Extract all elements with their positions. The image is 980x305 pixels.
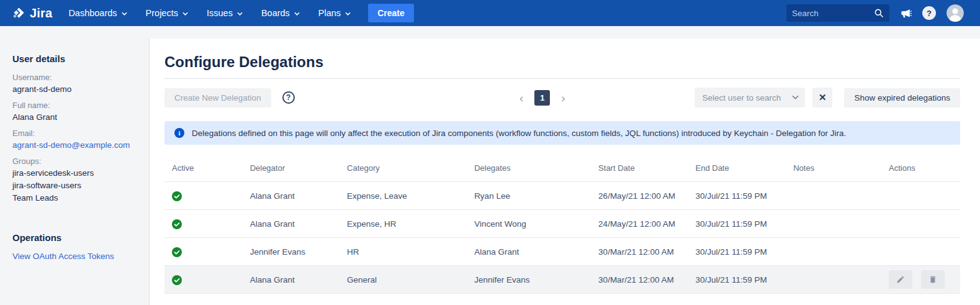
- active-check-icon: [172, 278, 182, 287]
- groups-field: Groups: jira-servicedesk-users jira-soft…: [12, 157, 139, 203]
- menu-plans[interactable]: Plans: [318, 8, 351, 18]
- next-page-button[interactable]: ›: [559, 92, 567, 104]
- show-expired-delegations-button[interactable]: Show expired delegations: [844, 88, 960, 107]
- col-delegates: Delegates: [467, 163, 591, 182]
- col-actions: Actions: [881, 163, 960, 182]
- info-icon: i: [174, 128, 184, 138]
- fullname-field: Full name: Alana Grant: [12, 101, 139, 122]
- col-delegator: Delegator: [243, 163, 339, 182]
- groups-label: Groups:: [12, 157, 139, 166]
- delete-delegation-button[interactable]: [921, 270, 945, 289]
- cell-delegates: Alana Grant: [467, 238, 591, 266]
- create-button[interactable]: Create: [368, 4, 414, 22]
- email-field: Email: agrant-sd-demo@example.com: [12, 129, 139, 150]
- menu-dashboards[interactable]: Dashboards: [68, 8, 127, 18]
- cell-actions: [881, 266, 960, 294]
- cell-start-date: 26/May/21 12:00 AM: [591, 182, 688, 210]
- cell-end-date: 30/Jul/21 11:59 PM: [688, 266, 786, 294]
- delegation-help-icon[interactable]: ?: [282, 91, 295, 104]
- group-item: Team Leads: [12, 193, 139, 203]
- help-icon[interactable]: ?: [922, 6, 936, 20]
- cell-actions: [881, 238, 960, 266]
- user-search-placeholder: Select user to search: [702, 93, 792, 102]
- navbar-right: ?: [786, 4, 964, 22]
- main-menu: Dashboards Projects Issues Boards Plans: [68, 8, 351, 18]
- cell-delegates: Ryan Lee: [467, 182, 591, 210]
- chevron-down-icon: [122, 8, 127, 18]
- clear-filter-button[interactable]: ✕: [812, 88, 832, 107]
- cell-category: Expense, Leave: [339, 182, 467, 210]
- fullname-label: Full name:: [12, 101, 139, 110]
- view-oauth-tokens-link[interactable]: View OAuth Access Tokens: [12, 252, 139, 261]
- user-details-title: User details: [12, 53, 139, 64]
- username-label: Username:: [12, 73, 139, 82]
- chevron-down-icon: [294, 8, 300, 18]
- trash-icon: [928, 275, 937, 284]
- edit-delegation-button[interactable]: [889, 270, 912, 289]
- user-search-select[interactable]: Select user to search: [695, 88, 805, 107]
- cell-notes: [786, 210, 881, 238]
- cell-delegator: Jennifer Evans: [243, 238, 339, 266]
- search-input[interactable]: [792, 9, 874, 18]
- search-icon[interactable]: [874, 8, 884, 18]
- username-value: agrant-sd-demo: [12, 84, 139, 94]
- cell-start-date: 30/Mar/21 12:00 AM: [591, 266, 688, 294]
- cell-end-date: 30/Jul/21 11:59 PM: [688, 238, 786, 266]
- menu-plans-label: Plans: [318, 8, 341, 18]
- brand-name: Jira: [30, 6, 52, 20]
- username-field: Username: agrant-sd-demo: [12, 73, 139, 94]
- pagination: ‹ 1 ›: [517, 88, 568, 107]
- main-content: Configure Delegations Create New Delegat…: [149, 39, 980, 305]
- delegations-table: Active Delegator Category Delegates Star…: [164, 163, 960, 294]
- cell-actions: [881, 182, 960, 210]
- cell-notes: [786, 238, 881, 266]
- col-end-date: End Date: [688, 163, 786, 182]
- table-row-hovered: Alana Grant General Jennifer Evans 30/Ma…: [164, 266, 960, 294]
- fullname-value: Alana Grant: [12, 112, 139, 122]
- prev-page-button[interactable]: ‹: [517, 92, 526, 104]
- pencil-icon: [896, 275, 905, 284]
- cell-delegates: Vincent Wong: [467, 210, 591, 238]
- chevron-down-icon: [237, 8, 243, 18]
- col-active: Active: [164, 163, 243, 182]
- cell-start-date: 24/May/21 12:00 AM: [591, 210, 688, 238]
- top-navbar: Jira Dashboards Projects Issues Boards P…: [0, 0, 980, 26]
- col-start-date: Start Date: [591, 163, 688, 182]
- email-link[interactable]: agrant-sd-demo@example.com: [12, 140, 139, 150]
- table-row: Alana Grant Expense, HR Vincent Wong 24/…: [164, 210, 960, 238]
- menu-projects[interactable]: Projects: [146, 8, 188, 18]
- info-banner-text: Delegations defined on this page will on…: [192, 129, 846, 138]
- info-banner: i Delegations defined on this page will …: [164, 121, 960, 145]
- toolbar: Create New Delegation ? ‹ 1 › Select use…: [164, 88, 960, 107]
- user-avatar[interactable]: [946, 4, 964, 22]
- chevron-down-icon: [792, 95, 799, 100]
- page-title: Configure Delegations: [164, 39, 960, 79]
- cell-notes: [786, 182, 881, 210]
- announcements-icon[interactable]: [900, 7, 912, 19]
- jira-logo[interactable]: Jira: [11, 6, 52, 20]
- menu-boards-label: Boards: [261, 8, 290, 18]
- cell-category: General: [339, 266, 467, 294]
- col-notes: Notes: [786, 163, 881, 182]
- active-check-icon: [172, 194, 182, 203]
- toolbar-right: Select user to search ✕ Show expired del…: [695, 88, 960, 107]
- cell-delegator: Alana Grant: [243, 210, 339, 238]
- current-page-indicator[interactable]: 1: [534, 90, 550, 106]
- active-check-icon: [172, 222, 182, 231]
- cell-category: HR: [339, 238, 467, 266]
- cell-end-date: 30/Jul/21 11:59 PM: [688, 182, 786, 210]
- email-label: Email:: [12, 129, 139, 138]
- menu-issues[interactable]: Issues: [207, 8, 243, 18]
- cell-start-date: 30/Mar/21 12:00 AM: [591, 238, 688, 266]
- chevron-down-icon: [345, 8, 351, 18]
- menu-boards[interactable]: Boards: [261, 8, 300, 18]
- table-header-row: Active Delegator Category Delegates Star…: [164, 163, 960, 182]
- cell-notes: [786, 266, 881, 294]
- cell-delegator: Alana Grant: [243, 182, 339, 210]
- group-item: jira-servicedesk-users: [12, 168, 139, 178]
- col-category: Category: [339, 163, 467, 182]
- active-check-icon: [172, 250, 182, 259]
- menu-projects-label: Projects: [146, 8, 178, 18]
- group-item: jira-software-users: [12, 181, 139, 190]
- create-new-delegation-button[interactable]: Create New Delegation: [164, 88, 271, 107]
